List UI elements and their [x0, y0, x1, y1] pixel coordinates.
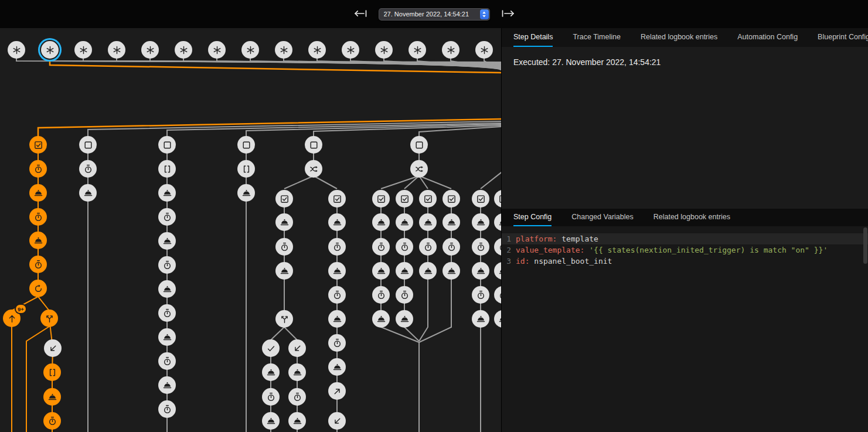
- graph-node-timer[interactable]: [158, 256, 176, 274]
- graph-node-timer[interactable]: [328, 286, 346, 304]
- graph-node-service[interactable]: [158, 280, 176, 298]
- graph-node-timer[interactable]: [275, 238, 293, 256]
- graph-node-condition[interactable]: [275, 190, 293, 208]
- graph-node-service[interactable]: [472, 310, 489, 328]
- graph-node-service[interactable]: [79, 184, 97, 202]
- graph-node-service[interactable]: [442, 213, 460, 231]
- graph-node-condition[interactable]: [328, 190, 346, 208]
- graph-node-timer[interactable]: [419, 238, 437, 256]
- graph-node-service[interactable]: [262, 363, 280, 381]
- graph-node-choose[interactable]: [410, 136, 428, 154]
- graph-node-brackets[interactable]: [237, 160, 255, 178]
- graph-node-service[interactable]: [158, 232, 176, 250]
- graph-node-service[interactable]: [328, 310, 346, 328]
- graph-node-asterisk[interactable]: [74, 41, 92, 59]
- graph-node-condition[interactable]: [442, 190, 460, 208]
- graph-node-asterisk[interactable]: [342, 41, 359, 59]
- graph-node-service[interactable]: [288, 412, 306, 430]
- graph-node-asterisk[interactable]: [375, 41, 393, 59]
- graph-node-service[interactable]: [372, 213, 390, 231]
- details-tab-step-details[interactable]: Step Details: [513, 28, 553, 47]
- details-tab-related-logbook-entries[interactable]: Related logbook entries: [641, 28, 717, 47]
- graph-node-condition[interactable]: [396, 190, 413, 208]
- graph-node-asterisk[interactable]: [175, 41, 192, 59]
- graph-node-timer[interactable]: [396, 286, 413, 304]
- graph-node-service[interactable]: [328, 213, 346, 231]
- graph-node-timer[interactable]: [29, 208, 47, 226]
- graph-node-service[interactable]: [158, 184, 176, 202]
- graph-node-service[interactable]: [396, 213, 413, 231]
- graph-node-timer[interactable]: [29, 160, 47, 178]
- config-tab-step-config[interactable]: Step Config: [513, 209, 552, 226]
- graph-node-timer[interactable]: [158, 304, 176, 322]
- graph-node-service[interactable]: [237, 184, 255, 202]
- graph-node-timer[interactable]: [43, 412, 61, 430]
- graph-node-service[interactable]: [396, 262, 413, 280]
- graph-node-asterisk[interactable]: [409, 41, 426, 59]
- graph-node-asterisk[interactable]: [308, 41, 326, 59]
- graph-node-service[interactable]: [472, 213, 489, 231]
- graph-node-service[interactable]: [288, 363, 306, 381]
- graph-node-service[interactable]: [442, 262, 460, 280]
- graph-node-asterisk[interactable]: [208, 41, 226, 59]
- graph-node-brackets[interactable]: [43, 363, 61, 381]
- graph-node-asterisk[interactable]: [108, 41, 125, 59]
- graph-node-repeat[interactable]: [29, 280, 47, 297]
- graph-node-asterisk[interactable]: [475, 41, 493, 59]
- graph-node-timer[interactable]: [288, 388, 306, 406]
- graph-node-arrow-up-right[interactable]: [328, 382, 346, 400]
- graph-node-choose[interactable]: [237, 136, 255, 154]
- next-run-button[interactable]: [498, 8, 518, 21]
- graph-node-service[interactable]: [396, 310, 413, 328]
- graph-node-call-split[interactable]: [275, 310, 293, 328]
- graph-node-timer[interactable]: [328, 334, 346, 352]
- graph-node-service[interactable]: [29, 232, 47, 249]
- graph-node-timer[interactable]: [79, 160, 97, 178]
- graph-node-service[interactable]: [419, 262, 437, 280]
- graph-node-timer[interactable]: [262, 388, 280, 406]
- graph-node-asterisk[interactable]: [442, 41, 459, 59]
- graph-node-service[interactable]: [328, 358, 346, 376]
- graph-node-service[interactable]: [43, 388, 61, 406]
- graph-node-asterisk[interactable]: [41, 41, 59, 59]
- graph-node-arrow-up[interactable]: 9+: [3, 309, 21, 327]
- graph-node-asterisk[interactable]: [141, 41, 159, 59]
- graph-node-asterisk[interactable]: [275, 41, 292, 59]
- graph-node-fork[interactable]: [305, 160, 322, 178]
- details-tab-trace-timeline[interactable]: Trace Timeline: [573, 28, 621, 47]
- graph-node-timer[interactable]: [328, 238, 346, 256]
- graph-node-timer[interactable]: [29, 256, 47, 273]
- graph-node-service[interactable]: [275, 213, 293, 231]
- graph-node-check[interactable]: [262, 339, 280, 357]
- graph-node-service[interactable]: [262, 412, 280, 430]
- graph-node-arrow-down-left[interactable]: [288, 339, 306, 357]
- graph-node-service[interactable]: [158, 328, 176, 346]
- graph-node-service[interactable]: [372, 262, 390, 280]
- graph-node-arrow-down-left[interactable]: [44, 339, 62, 357]
- graph-node-timer[interactable]: [158, 352, 176, 370]
- graph-node-condition[interactable]: [29, 136, 47, 154]
- graph-node-timer[interactable]: [396, 238, 413, 256]
- graph-node-service[interactable]: [372, 310, 390, 328]
- graph-node-choose[interactable]: [79, 136, 97, 154]
- graph-node-service[interactable]: [158, 376, 176, 394]
- graph-node-timer[interactable]: [472, 286, 489, 304]
- graph-node-timer[interactable]: [442, 238, 460, 256]
- code-scrollbar[interactable]: [863, 227, 867, 264]
- graph-node-timer[interactable]: [158, 208, 176, 226]
- graph-node-condition[interactable]: [419, 190, 437, 208]
- graph-node-arrow-down-left[interactable]: [328, 412, 346, 430]
- run-select[interactable]: 27. November 2022, 14:54:21: [379, 8, 490, 21]
- config-tab-related-logbook-entries[interactable]: Related logbook entries: [653, 209, 730, 226]
- details-tab-blueprint-config[interactable]: Blueprint Config: [818, 28, 868, 47]
- graph-node-condition[interactable]: [372, 190, 390, 208]
- graph-node-choose[interactable]: [158, 136, 176, 154]
- graph-node-asterisk[interactable]: [241, 41, 259, 59]
- graph-node-asterisk[interactable]: [8, 41, 25, 59]
- graph-node-service[interactable]: [29, 184, 47, 202]
- graph-node-fork[interactable]: [410, 160, 428, 178]
- graph-node-choose[interactable]: [305, 136, 322, 154]
- graph-node-timer[interactable]: [372, 238, 390, 256]
- config-tab-changed-variables[interactable]: Changed Variables: [571, 209, 633, 226]
- graph-node-service[interactable]: [472, 262, 489, 280]
